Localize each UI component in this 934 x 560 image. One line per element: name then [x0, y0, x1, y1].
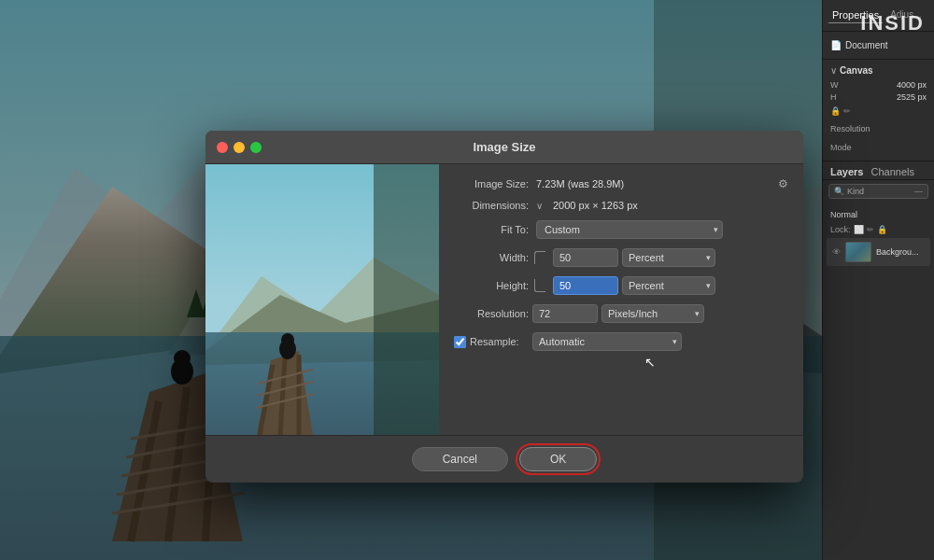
fit-to-select[interactable]: Custom Fit to Screen Original Size [536, 220, 723, 239]
canvas-w-value: 4000 px [897, 80, 927, 90]
width-unit-wrapper: Percent Pixels Inches [622, 248, 715, 267]
height-input[interactable] [553, 276, 618, 295]
link-icon-wrapper [532, 251, 547, 264]
canvas-title: Canvas [840, 65, 873, 76]
dimensions-row: Dimensions: ∨ 2000 px × 1263 px [454, 200, 788, 211]
search-icon: 🔍 [834, 187, 844, 196]
resample-select[interactable]: Automatic Preserve Details Bicubic Smoot… [532, 332, 682, 351]
canvas-chevron: ∨ [830, 65, 837, 76]
lock-all-icon: 🔒 [877, 225, 887, 234]
resample-checkbox[interactable] [454, 336, 466, 348]
canvas-pen-icon: ✏ [843, 106, 851, 116]
canvas-h-value: 2525 px [897, 92, 927, 102]
width-row: Width: Percent Pixels Inches [454, 248, 788, 267]
close-button[interactable] [217, 142, 228, 153]
lock-move-icon: ✏ [867, 225, 874, 234]
dimensions-chevron-icon[interactable]: ∨ [536, 201, 543, 211]
ok-button[interactable]: OK [519, 447, 597, 471]
dialog-form: Image Size: 7.23M (was 28.9M) ⚙ Dimensio… [439, 164, 803, 435]
right-panel: INSID Properties Adjus... 📄 Document ∨ C… [822, 0, 934, 560]
layer-name: Backgrou... [876, 247, 919, 257]
image-preview [205, 164, 439, 435]
dimensions-label: Dimensions: [454, 200, 529, 211]
width-unit-select[interactable]: Percent Pixels Inches [622, 248, 715, 267]
link-icon-wrapper-2 [532, 279, 547, 292]
gear-icon[interactable]: ⚙ [778, 177, 788, 190]
resolution-row: Resolution: Pixels/Inch Pixels/Centimete… [454, 304, 788, 323]
minimize-button[interactable] [234, 142, 245, 153]
height-label: Height: [454, 280, 529, 291]
canvas-lock-icon: 🔒 [830, 106, 841, 116]
resample-row: Resample: Automatic Preserve Details Bic… [454, 332, 788, 351]
layer-eye-icon[interactable]: 👁 [832, 247, 841, 257]
link-top [534, 251, 545, 264]
document-icon: 📄 [830, 40, 842, 50]
lock-label: Lock: [830, 225, 851, 234]
image-size-row: Image Size: 7.23M (was 28.9M) ⚙ [454, 177, 788, 190]
dialog-title: Image Size [473, 140, 535, 154]
svg-rect-35 [374, 164, 439, 435]
channels-tab-label[interactable]: Channels [870, 166, 913, 177]
svg-point-34 [281, 333, 294, 346]
width-input[interactable] [553, 248, 618, 267]
height-unit-wrapper: Percent Pixels Inches [622, 276, 715, 295]
resolution-unit-wrapper: Pixels/Inch Pixels/Centimeter [601, 304, 704, 323]
resolution-unit-select[interactable]: Pixels/Inch Pixels/Centimeter [601, 304, 704, 323]
resolution-field-label: Resolution: [454, 308, 529, 319]
canvas-w-label: W [830, 80, 839, 90]
search-chevron: — [914, 187, 923, 196]
dimensions-value: 2000 px × 1263 px [553, 200, 638, 211]
height-unit-select[interactable]: Percent Pixels Inches [622, 276, 715, 295]
canvas-section: ∨ Canvas W 4000 px H 2525 px 🔒 ✏ Resolut… [823, 60, 934, 161]
canvas-h-label: H [830, 92, 837, 102]
lock-icon: ⬜ [854, 225, 864, 234]
brand-text: INSID [860, 11, 925, 35]
layers-tab-label[interactable]: Layers [830, 166, 863, 177]
image-size-dialog: Image Size [205, 131, 803, 483]
dialog-footer: Cancel OK [205, 435, 803, 483]
height-row: Height: Percent Pixels Inches [454, 276, 788, 295]
fit-to-row: Fit To: Custom Fit to Screen Original Si… [454, 220, 788, 239]
lock-row: Lock: ⬜ ✏ 🔒 [823, 223, 934, 236]
blend-mode-row: Normal [823, 203, 934, 223]
traffic-lights [217, 142, 262, 153]
search-kind-text: Kind [847, 187, 864, 196]
search-row: 🔍 Kind — [823, 180, 934, 203]
resample-select-wrapper: Automatic Preserve Details Bicubic Smoot… [532, 332, 682, 351]
resolution-input[interactable] [532, 304, 598, 323]
width-label: Width: [454, 252, 529, 263]
fit-to-select-wrapper: Custom Fit to Screen Original Size [536, 220, 723, 239]
link-bottom [534, 279, 545, 292]
document-section: 📄 Document [823, 32, 934, 60]
fit-to-label: Fit To: [454, 224, 529, 235]
document-label: Document [845, 40, 888, 50]
layer-item[interactable]: 👁 Backgrou... [827, 238, 930, 266]
maximize-button[interactable] [250, 142, 262, 153]
mode-label: Mode [830, 143, 852, 152]
resample-label: Resample: [454, 336, 529, 348]
image-size-value: 7.23M (was 28.9M) [536, 178, 624, 189]
resolution-label: Resolution [830, 124, 870, 133]
layers-header: Layers Channels [823, 161, 934, 180]
blend-mode-value: Normal [830, 210, 857, 219]
image-size-label: Image Size: [454, 178, 529, 189]
layer-thumbnail [845, 242, 871, 262]
dialog-titlebar: Image Size [205, 131, 803, 164]
dialog-body: Image Size: 7.23M (was 28.9M) ⚙ Dimensio… [205, 164, 803, 435]
cancel-button[interactable]: Cancel [412, 447, 508, 471]
